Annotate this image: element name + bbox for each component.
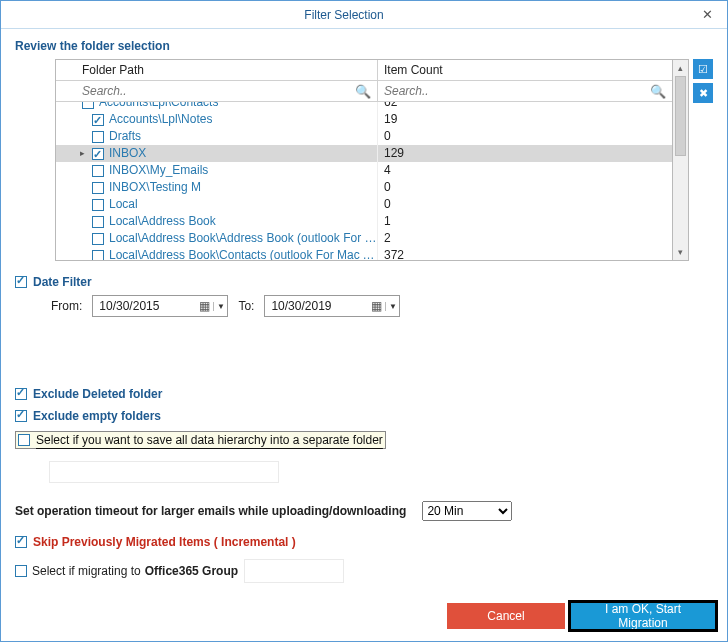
scroll-down-icon[interactable]: ▾ <box>673 244 688 260</box>
exclude-empty-checkbox[interactable] <box>15 410 27 422</box>
row-count: 4 <box>378 162 672 179</box>
row-label: Accounts\Lpl\Notes <box>109 111 212 128</box>
row-count: 372 <box>378 247 672 260</box>
calendar-icon[interactable]: ▦ <box>367 299 385 313</box>
date-filter-checkbox[interactable] <box>15 276 27 288</box>
expand-caret-icon[interactable]: ▸ <box>80 145 85 162</box>
table-row[interactable]: Accounts\Lpl\Notes19 <box>56 111 672 128</box>
scroll-thumb[interactable] <box>675 76 686 156</box>
exclude-deleted-checkbox[interactable] <box>15 388 27 400</box>
row-count: 0 <box>378 196 672 213</box>
filter-selection-window: Filter Selection ✕ Review the folder sel… <box>0 0 728 642</box>
row-checkbox[interactable] <box>92 250 104 261</box>
from-date-picker[interactable]: 10/30/2015 ▦ ▼ <box>92 295 228 317</box>
row-label: Local <box>109 196 138 213</box>
row-checkbox[interactable] <box>92 233 104 245</box>
row-count: 0 <box>378 128 672 145</box>
search-path-input[interactable] <box>76 81 377 101</box>
row-label: INBOX <box>109 145 146 162</box>
row-checkbox[interactable] <box>92 182 104 194</box>
row-checkbox[interactable] <box>82 102 94 109</box>
col-header-count[interactable]: Item Count <box>378 60 672 81</box>
calendar-icon[interactable]: ▦ <box>195 299 213 313</box>
content: Review the folder selection Folder Path … <box>1 29 727 641</box>
exclude-empty-label: Exclude empty folders <box>33 409 161 423</box>
row-checkbox[interactable] <box>92 199 104 211</box>
table-row[interactable]: Local\Address Book\Address Book (outlook… <box>56 230 672 247</box>
row-label: Drafts <box>109 128 141 145</box>
window-title: Filter Selection <box>1 8 687 22</box>
row-label: Local\Address Book\Address Book (outlook… <box>109 230 377 247</box>
row-count: 62 <box>378 102 672 111</box>
table-row[interactable]: Local\Address Book\Contacts (outlook For… <box>56 247 672 260</box>
search-count-input[interactable] <box>378 81 672 101</box>
row-checkbox[interactable] <box>92 114 104 126</box>
close-button[interactable]: ✕ <box>687 1 727 28</box>
timeout-label: Set operation timeout for larger emails … <box>15 504 406 518</box>
table-row[interactable]: INBOX\My_Emails4 <box>56 162 672 179</box>
select-all-button[interactable]: ☑ <box>693 59 713 79</box>
chevron-down-icon[interactable]: ▼ <box>213 302 227 311</box>
office365-group-checkbox[interactable] <box>15 565 27 577</box>
row-count: 19 <box>378 111 672 128</box>
hierarchy-folder-input[interactable] <box>49 461 279 483</box>
office365-group-input[interactable] <box>244 559 344 583</box>
save-hierarchy-checkbox[interactable] <box>18 434 30 446</box>
table-row[interactable]: ▸INBOX129 <box>56 145 672 162</box>
row-count: 0 <box>378 179 672 196</box>
row-count: 2 <box>378 230 672 247</box>
deselect-all-button[interactable]: ✖ <box>693 83 713 103</box>
grid-body[interactable]: Accounts\Lpl\Contacts62Accounts\Lpl\Note… <box>56 102 672 260</box>
save-hierarchy-label: Select if you want to save all data hier… <box>36 433 383 447</box>
skip-migrated-checkbox[interactable] <box>15 536 27 548</box>
row-label: Local\Address Book\Contacts (outlook For… <box>109 247 377 260</box>
row-label: INBOX\Testing M <box>109 179 201 196</box>
to-label: To: <box>238 299 254 313</box>
exclude-deleted-label: Exclude Deleted folder <box>33 387 162 401</box>
table-row[interactable]: Local0 <box>56 196 672 213</box>
grid-scrollbar[interactable]: ▴ ▾ <box>673 59 689 261</box>
office365-group-bold: Office365 Group <box>145 564 238 578</box>
folder-grid: Folder Path Item Count 🔍 🔍 A <box>55 59 673 261</box>
table-row[interactable]: Local\Address Book1 <box>56 213 672 230</box>
row-checkbox[interactable] <box>92 165 104 177</box>
row-count: 129 <box>378 145 672 162</box>
office365-group-prefix: Select if migrating to <box>32 564 141 578</box>
chevron-down-icon[interactable]: ▼ <box>385 302 399 311</box>
date-filter-label: Date Filter <box>33 275 92 289</box>
row-checkbox[interactable] <box>92 148 104 160</box>
start-migration-button[interactable]: I am OK, Start Migration <box>571 603 715 629</box>
table-row[interactable]: INBOX\Testing M0 <box>56 179 672 196</box>
scroll-up-icon[interactable]: ▴ <box>673 60 688 76</box>
row-count: 1 <box>378 213 672 230</box>
skip-migrated-label: Skip Previously Migrated Items ( Increme… <box>33 535 296 549</box>
table-row[interactable]: Drafts0 <box>56 128 672 145</box>
titlebar: Filter Selection ✕ <box>1 1 727 29</box>
row-label: Local\Address Book <box>109 213 216 230</box>
timeout-select[interactable]: 20 Min <box>422 501 512 521</box>
row-checkbox[interactable] <box>92 216 104 228</box>
to-date-picker[interactable]: 10/30/2019 ▦ ▼ <box>264 295 400 317</box>
row-checkbox[interactable] <box>92 131 104 143</box>
row-label: INBOX\My_Emails <box>109 162 208 179</box>
row-label: Accounts\Lpl\Contacts <box>99 102 218 111</box>
table-row[interactable]: Accounts\Lpl\Contacts62 <box>56 102 672 111</box>
col-header-path[interactable]: Folder Path <box>76 60 378 81</box>
review-heading: Review the folder selection <box>15 39 713 53</box>
cancel-button[interactable]: Cancel <box>447 603 565 629</box>
from-label: From: <box>51 299 82 313</box>
